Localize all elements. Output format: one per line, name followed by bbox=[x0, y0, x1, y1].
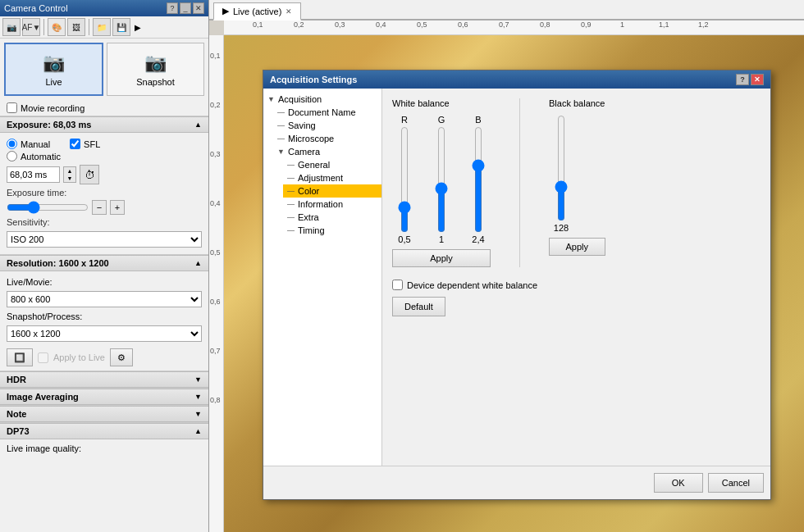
r-value: 0,5 bbox=[392, 234, 417, 244]
expander-microscope: — bbox=[277, 134, 286, 143]
g-slider-container bbox=[435, 126, 448, 233]
g-value: 1 bbox=[429, 234, 454, 244]
tree-label-camera: Camera bbox=[288, 147, 320, 157]
dialog-overlay: Acquisition Settings ? ✕ ▼ Acquisition —… bbox=[0, 0, 804, 532]
white-balance-title: White balance bbox=[392, 98, 491, 108]
b-label: B bbox=[475, 115, 481, 125]
white-balance-sliders: R 0,5 G bbox=[392, 115, 491, 244]
r-slider-group: R 0,5 bbox=[392, 115, 417, 244]
dialog-close-btn[interactable]: ✕ bbox=[751, 74, 764, 85]
dialog-controls: ? ✕ bbox=[736, 74, 764, 85]
tree-label-adjustment: Adjustment bbox=[298, 173, 343, 183]
balance-separator bbox=[519, 98, 520, 267]
black-value: 128 bbox=[549, 223, 573, 233]
tree-item-adjustment[interactable]: — Adjustment bbox=[283, 171, 381, 184]
expander-extra: — bbox=[287, 213, 295, 221]
expander-camera: ▼ bbox=[277, 148, 286, 156]
tree-label-general: General bbox=[298, 160, 330, 170]
b-slider-group: B 2,4 bbox=[466, 115, 491, 244]
device-dependent-label: Device dependent white balance bbox=[407, 280, 537, 290]
r-slider[interactable] bbox=[396, 126, 413, 233]
black-slider[interactable] bbox=[553, 115, 569, 221]
dialog-title: Acquisition Settings bbox=[270, 75, 357, 84]
black-balance-group: Black balance 128 Apply bbox=[549, 98, 605, 267]
default-button[interactable]: Default bbox=[392, 297, 445, 316]
tree-label-extra: Extra bbox=[298, 212, 319, 222]
r-label: R bbox=[401, 115, 408, 125]
tree-label-timing: Timing bbox=[298, 225, 325, 235]
tree-item-microscope[interactable]: — Microscope bbox=[273, 132, 381, 145]
black-balance-sliders: 128 bbox=[549, 115, 605, 233]
tree-label-saving: Saving bbox=[288, 120, 316, 130]
g-slider-group: G 1 bbox=[429, 115, 454, 244]
black-balance-title: Black balance bbox=[549, 98, 605, 108]
black-slider-container bbox=[555, 115, 568, 221]
r-slider-container bbox=[398, 126, 411, 233]
device-dependent-row: Device dependent white balance bbox=[392, 280, 761, 290]
tree-label-acquisition: Acquisition bbox=[278, 94, 322, 104]
tree-item-color[interactable]: — Color bbox=[283, 184, 381, 198]
tree-item-information[interactable]: — Information bbox=[283, 198, 381, 211]
white-balance-apply-btn[interactable]: Apply bbox=[392, 249, 491, 267]
expander-timing: — bbox=[287, 226, 295, 234]
expander-general: — bbox=[287, 161, 295, 169]
dialog-title-bar: Acquisition Settings ? ✕ bbox=[263, 70, 770, 89]
tree-label-document-name: Document Name bbox=[288, 107, 356, 117]
g-label: G bbox=[438, 115, 445, 125]
tree-item-extra[interactable]: — Extra bbox=[283, 211, 381, 224]
ok-button[interactable]: OK bbox=[654, 473, 703, 493]
expander-saving: — bbox=[277, 121, 286, 130]
cancel-button[interactable]: Cancel bbox=[708, 473, 764, 493]
b-slider[interactable] bbox=[470, 126, 487, 233]
balance-section: White balance R 0,5 bbox=[392, 98, 761, 267]
tree-label-microscope: Microscope bbox=[288, 134, 334, 143]
device-dependent-checkbox[interactable] bbox=[392, 280, 403, 290]
tree-item-timing[interactable]: — Timing bbox=[283, 224, 381, 237]
black-slider-group: 128 bbox=[549, 115, 573, 233]
tree-panel: ▼ Acquisition — Document Name — Saving —… bbox=[263, 89, 382, 466]
b-slider-container bbox=[472, 126, 485, 233]
tree-item-saving[interactable]: — Saving bbox=[273, 119, 381, 132]
expander-color: — bbox=[287, 187, 295, 195]
b-value: 2,4 bbox=[466, 234, 491, 244]
dialog-footer: OK Cancel bbox=[263, 466, 770, 499]
g-slider[interactable] bbox=[433, 126, 450, 233]
expander-adjustment: — bbox=[287, 174, 295, 182]
tree-item-general[interactable]: — General bbox=[283, 158, 381, 171]
black-balance-apply-btn[interactable]: Apply bbox=[549, 238, 605, 256]
expander-information: — bbox=[287, 200, 295, 208]
tree-item-camera[interactable]: ▼ Camera bbox=[273, 145, 381, 158]
white-balance-group: White balance R 0,5 bbox=[392, 98, 491, 267]
dialog-help-btn[interactable]: ? bbox=[736, 74, 749, 85]
settings-panel: White balance R 0,5 bbox=[382, 89, 770, 466]
tree-label-information: Information bbox=[298, 199, 343, 209]
expander-acquisition: ▼ bbox=[267, 95, 276, 103]
acquisition-settings-dialog: Acquisition Settings ? ✕ ▼ Acquisition —… bbox=[263, 70, 771, 500]
expander-document: — bbox=[277, 108, 286, 116]
tree-item-document-name[interactable]: — Document Name bbox=[273, 106, 381, 119]
tree-label-color: Color bbox=[298, 186, 319, 196]
dialog-body: ▼ Acquisition — Document Name — Saving —… bbox=[263, 89, 770, 466]
tree-item-acquisition[interactable]: ▼ Acquisition bbox=[263, 93, 381, 106]
